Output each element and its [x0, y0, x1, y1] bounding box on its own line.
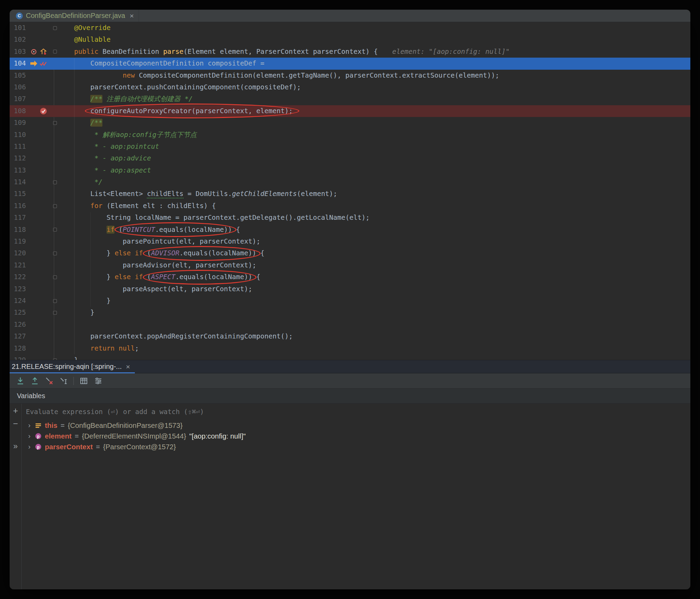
line-number[interactable]: 111 [10, 141, 29, 153]
fold-marker-icon[interactable] [53, 311, 57, 315]
line-number[interactable]: 101 [10, 22, 29, 34]
line-number[interactable]: 110 [10, 129, 29, 141]
line-number[interactable]: 113 [10, 165, 29, 176]
code-line-124[interactable]: 124 } [10, 295, 690, 307]
evaluate-expression-input[interactable]: Evaluate expression (⏎) or add a watch (… [22, 404, 690, 420]
variable-row-element[interactable]: ›pelement={DeferredElementNSImpl@1544}"[… [22, 431, 690, 441]
line-number[interactable]: 129 [10, 354, 29, 360]
code-line-111[interactable]: 111 * - aop:pointcut [10, 141, 690, 153]
table-view-icon[interactable] [79, 376, 88, 385]
code-line-119[interactable]: 119 parsePointcut(elt, parserContext); [10, 236, 690, 247]
variable-row-parserContext[interactable]: ›pparserContext={ParserContext@1572} [22, 441, 690, 452]
line-number[interactable]: 123 [10, 283, 29, 295]
line-number[interactable]: 127 [10, 331, 29, 342]
execution-point-arrow-icon[interactable] [29, 59, 39, 68]
gutter-icons [29, 354, 52, 360]
code-line-105[interactable]: 105 new CompositeComponentDefinition(ele… [10, 70, 690, 81]
code-line-128[interactable]: 128 return null; [10, 343, 690, 354]
code-line-117[interactable]: 117 String localName = parserContext.get… [10, 212, 690, 224]
fold-marker-icon[interactable] [53, 275, 57, 279]
remove-watch-button[interactable]: − [13, 419, 18, 428]
line-number[interactable]: 107 [10, 93, 29, 105]
expand-chevron-icon[interactable]: › [27, 432, 32, 440]
code-line-116[interactable]: 116 for (Element elt : childElts) { [10, 200, 690, 212]
line-number[interactable]: 121 [10, 259, 29, 271]
code-editor[interactable]: 101 @Override102 @Nullable103 public Bea… [10, 22, 690, 360]
fold-marker-icon[interactable] [53, 204, 57, 208]
collapse-panel-button[interactable]: » [13, 442, 18, 450]
close-tab-icon[interactable]: × [130, 12, 134, 20]
override-marker-icon[interactable] [39, 48, 48, 56]
line-number[interactable]: 103 [10, 46, 29, 58]
add-watch-button[interactable]: + [13, 406, 18, 415]
download-icon[interactable] [16, 376, 25, 385]
code-line-123[interactable]: 123 parseAspect(elt, parserContext); [10, 283, 690, 295]
line-number[interactable]: 109 [10, 117, 29, 129]
code-line-121[interactable]: 121 parseAdvisor(elt, parserContext); [10, 259, 690, 271]
line-number[interactable]: 114 [10, 176, 29, 188]
code-line-127[interactable]: 127 parserContext.popAndRegisterContaini… [10, 331, 690, 342]
breakpoint-icon[interactable] [39, 107, 48, 115]
editor-tab[interactable]: C ConfigBeanDefinitionParser.java × [10, 10, 139, 22]
expand-chevron-icon[interactable]: › [27, 421, 32, 429]
code-line-112[interactable]: 112 * - aop:advice [10, 153, 690, 164]
code-line-107[interactable]: 107 /** 注册自动代理模式创建器 */ [10, 93, 690, 105]
fold-marker-icon[interactable] [53, 26, 57, 30]
line-number[interactable]: 122 [10, 271, 29, 283]
code-line-108[interactable]: 108 configureAutoProxyCreator(parserCont… [10, 105, 690, 117]
code-line-129[interactable]: 129 } [10, 354, 690, 360]
line-number[interactable]: 120 [10, 247, 29, 259]
code-line-125[interactable]: 125 } [10, 307, 690, 318]
line-number[interactable]: 108 [10, 105, 29, 117]
code-line-122[interactable]: 122 } else if (ASPECT.equals(localName))… [10, 271, 690, 283]
line-number[interactable]: 128 [10, 343, 29, 354]
debug-session-tab[interactable]: 21.RELEASE:spring-aqin [:spring-... × [10, 360, 135, 373]
variables-title: Variables [17, 392, 45, 400]
line-number[interactable]: 125 [10, 307, 29, 318]
fold-marker-icon[interactable] [53, 50, 57, 53]
code-line-102[interactable]: 102 @Nullable [10, 34, 690, 46]
fold-marker-icon[interactable] [53, 299, 57, 303]
code-line-110[interactable]: 110 * 解析aop:config子节点下节点 [10, 129, 690, 141]
upload-icon[interactable] [30, 376, 39, 385]
gutter-icons [29, 283, 52, 295]
fold-marker-icon[interactable] [53, 252, 57, 255]
code-line-115[interactable]: 115 List<Element> childElts = DomUtils.g… [10, 188, 690, 200]
fold-marker-icon[interactable] [53, 228, 57, 232]
line-number[interactable]: 126 [10, 319, 29, 331]
method-marker-icon[interactable] [29, 48, 39, 56]
verified-breakpoint-check-icon[interactable] [39, 59, 48, 68]
line-number[interactable]: 104 [10, 58, 29, 69]
line-number[interactable]: 116 [10, 200, 29, 212]
line-number[interactable]: 119 [10, 236, 29, 247]
code-line-101[interactable]: 101 @Override [10, 22, 690, 34]
indent-guide [74, 58, 74, 354]
line-number[interactable]: 105 [10, 70, 29, 81]
fold-marker-icon[interactable] [53, 121, 57, 125]
variable-row-this[interactable]: ›this={ConfigBeanDefinitionParser@1573} [22, 420, 690, 431]
line-number[interactable]: 112 [10, 153, 29, 164]
code-line-120[interactable]: 120 } else if (ADVISOR.equals(localName)… [10, 247, 690, 259]
code-line-103[interactable]: 103 public BeanDefinition parse(Element … [10, 46, 690, 58]
expand-chevron-icon[interactable]: › [27, 443, 32, 451]
line-number[interactable]: 124 [10, 295, 29, 307]
fold-marker-icon[interactable] [53, 359, 57, 360]
close-icon[interactable]: × [126, 363, 130, 371]
line-number[interactable]: 106 [10, 81, 29, 93]
arrow-cursor-icon[interactable] [59, 376, 68, 385]
code-line-106[interactable]: 106 parserContext.pushContainingComponen… [10, 81, 690, 93]
code-line-114[interactable]: 114 */ [10, 176, 690, 188]
code-line-104[interactable]: 104 CompositeComponentDefinition composi… [10, 58, 690, 69]
code-line-118[interactable]: 118 if (POINTCUT.equals(localName)) { [10, 224, 690, 236]
code-line-109[interactable]: 109 /** [10, 117, 690, 129]
cancel-with-x-icon[interactable] [44, 376, 54, 385]
code-line-113[interactable]: 113 * - aop:aspect [10, 165, 690, 176]
fold-marker-icon[interactable] [53, 180, 57, 184]
line-number[interactable]: 118 [10, 224, 29, 236]
line-number[interactable]: 115 [10, 188, 29, 200]
filter-settings-icon[interactable] [93, 376, 103, 385]
code-text: } else if (ADVISOR.equals(localName)) { [58, 247, 690, 259]
line-number[interactable]: 102 [10, 34, 29, 46]
line-number[interactable]: 117 [10, 212, 29, 224]
code-line-126[interactable]: 126 [10, 319, 690, 331]
